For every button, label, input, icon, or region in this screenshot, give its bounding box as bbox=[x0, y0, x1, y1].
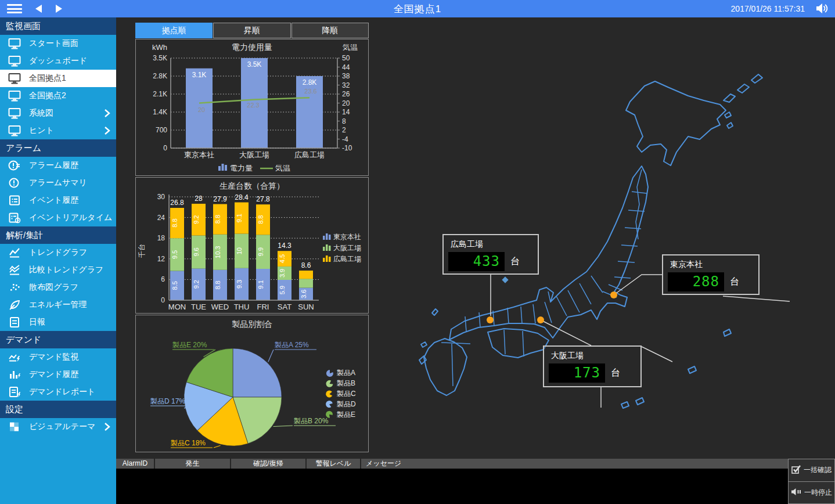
app-window: 全国拠点1 2017/01/26 11:57:31 監視画面スタート画面ダッシュ… bbox=[0, 0, 835, 504]
sidebar-item-hint[interactable]: ヒント bbox=[0, 122, 116, 139]
sidebar-item-compare-trend-graph[interactable]: 比較トレンドグラフ bbox=[0, 261, 116, 279]
svg-text:3.5K: 3.5K bbox=[153, 54, 167, 62]
svg-text:WED: WED bbox=[211, 303, 229, 311]
event-history-icon bbox=[8, 195, 21, 206]
site-marker[interactable] bbox=[487, 316, 494, 323]
top-bar: 全国拠点1 2017/01/26 11:57:31 bbox=[0, 0, 835, 17]
svg-text:0: 0 bbox=[161, 296, 165, 304]
callout-title: 広島工場 bbox=[451, 239, 538, 250]
svg-text:8.5: 8.5 bbox=[171, 281, 178, 290]
power-usage-panel: 電力使用量kWh気温3.5K2.8K2.1K1.4K70005044383226… bbox=[135, 39, 369, 176]
svg-text:製品D 17%: 製品D 17% bbox=[150, 397, 185, 405]
mute-icon bbox=[791, 488, 802, 498]
demand-watch-icon bbox=[8, 351, 21, 363]
svg-text:4.5: 4.5 bbox=[279, 254, 286, 263]
pie-legend-item: 製品D bbox=[325, 400, 356, 409]
alarm-summary-icon bbox=[8, 177, 21, 189]
lcd-value: 173 bbox=[549, 363, 605, 383]
svg-text:製品E 20%: 製品E 20% bbox=[172, 341, 207, 349]
svg-text:9.9: 9.9 bbox=[257, 247, 264, 256]
svg-text:8.8: 8.8 bbox=[257, 215, 264, 224]
tab-descending[interactable]: 降順 bbox=[291, 23, 369, 38]
svg-text:3.5K: 3.5K bbox=[247, 60, 262, 69]
lcd-value: 288 bbox=[668, 272, 724, 291]
sidebar-item-dashboard[interactable]: ダッシュボード bbox=[0, 52, 116, 70]
sidebar-item-event-history[interactable]: イベント履歴 bbox=[0, 192, 116, 209]
sidebar-item-label: 系統図 bbox=[29, 108, 53, 118]
svg-text:1.4K: 1.4K bbox=[153, 108, 167, 116]
sidebar-item-alarm-history[interactable]: アラーム履歴 bbox=[0, 157, 116, 174]
svg-text:5.9: 5.9 bbox=[279, 286, 286, 294]
monitor-icon bbox=[8, 107, 21, 119]
button-label: 一括確認 bbox=[804, 465, 832, 475]
sidebar-item-demand-report[interactable]: デマンドレポート bbox=[0, 383, 116, 401]
sidebar-item-scatter-graph[interactable]: 散布図グラフ bbox=[0, 279, 116, 296]
pie-legend-item: 製品C bbox=[325, 389, 356, 399]
svg-text:製品別割合: 製品別割合 bbox=[232, 319, 272, 329]
monitor-icon bbox=[8, 90, 21, 102]
sidebar-item-label: アラーム履歴 bbox=[29, 160, 78, 171]
sidebar-item-label: 日報 bbox=[29, 317, 45, 327]
sidebar-item-trend-graph[interactable]: トレンドグラフ bbox=[0, 244, 116, 261]
svg-text:8: 8 bbox=[342, 117, 346, 125]
sidebar-item-label: トレンドグラフ bbox=[29, 247, 87, 258]
svg-text:製品C: 製品C bbox=[337, 390, 356, 398]
event-realtime-icon bbox=[8, 212, 21, 224]
sidebar-item-start-screen[interactable]: スタート画面 bbox=[0, 35, 116, 52]
svg-text:MON: MON bbox=[168, 303, 186, 311]
ack-all-button[interactable]: 一括確認 bbox=[788, 459, 835, 482]
svg-text:電力量: 電力量 bbox=[230, 164, 253, 172]
production-legend-item: 東京本社 bbox=[323, 233, 361, 241]
sidebar-item-label: 散布図グラフ bbox=[29, 282, 78, 293]
sort-tabs: 拠点順昇順降順 bbox=[135, 23, 369, 38]
sidebar-item-label: イベント履歴 bbox=[29, 195, 78, 206]
unit-label: 台 bbox=[611, 367, 620, 379]
power-chart-legend: 電力量 気温 bbox=[218, 164, 290, 172]
alarm-table-rows bbox=[116, 469, 788, 504]
svg-text:-10: -10 bbox=[342, 144, 352, 152]
tab-ascending[interactable]: 昇順 bbox=[213, 23, 290, 38]
alarm-column-header: メッセージ bbox=[361, 459, 788, 469]
sidebar-item-system-diagram[interactable]: 系統図 bbox=[0, 105, 116, 122]
tab-by-site[interactable]: 拠点順 bbox=[135, 23, 213, 38]
sidebar-item-visual-theme[interactable]: ビジュアルテーマ bbox=[0, 418, 116, 435]
svg-text:26.8: 26.8 bbox=[170, 199, 184, 207]
callout-hiroshima: 広島工場 433 台 bbox=[442, 234, 539, 275]
sidebar-item-daily-report[interactable]: 日報 bbox=[0, 314, 116, 331]
site-marker[interactable] bbox=[610, 291, 617, 298]
sidebar-item-demand-history[interactable]: デマンド履歴 bbox=[0, 366, 116, 383]
sidebar-item-national-site-1[interactable]: 全国拠点1 bbox=[0, 70, 116, 87]
svg-text:製品C 18%: 製品C 18% bbox=[171, 439, 206, 447]
svg-text:22.3: 22.3 bbox=[247, 102, 259, 109]
site-marker[interactable] bbox=[537, 316, 544, 323]
svg-text:TUE: TUE bbox=[191, 303, 206, 311]
svg-text:製品A: 製品A bbox=[337, 369, 355, 377]
sidebar-item-national-site-2[interactable]: 全国拠点2 bbox=[0, 87, 116, 105]
svg-text:電力使用量: 電力使用量 bbox=[232, 42, 272, 52]
power-bar bbox=[296, 76, 323, 148]
daily-report-icon bbox=[8, 316, 21, 328]
pie-legend-item: 製品A bbox=[326, 369, 355, 377]
pause-button[interactable]: 一時停止 bbox=[788, 482, 835, 504]
sidebar-item-energy-management[interactable]: エネルギー管理 bbox=[0, 296, 116, 314]
svg-text:-4: -4 bbox=[342, 135, 348, 143]
sidebar-section-demand: デマンド bbox=[0, 331, 116, 348]
sidebar-item-label: ヒント bbox=[29, 125, 54, 136]
unit-label: 台 bbox=[510, 255, 520, 268]
sidebar-item-label: デマンド監視 bbox=[29, 352, 78, 362]
callout-title: 大阪工場 bbox=[551, 351, 640, 361]
production-chart: 生産台数（合算）千台06121824308.59.58.826.8MON9.29… bbox=[136, 178, 368, 313]
sidebar-item-event-realtime[interactable]: イベントリアルタイム bbox=[0, 209, 116, 226]
sidebar-section-alarm: アラーム bbox=[0, 139, 116, 157]
monitor-icon bbox=[8, 73, 21, 84]
sidebar-item-label: アラームサマリ bbox=[29, 178, 87, 188]
sidebar-item-label: イベントリアルタイム bbox=[29, 213, 112, 223]
sidebar-item-alarm-summary[interactable]: アラームサマリ bbox=[0, 174, 116, 192]
sidebar-item-label: 全国拠点2 bbox=[29, 91, 66, 101]
sidebar-item-demand-monitor[interactable]: デマンド監視 bbox=[0, 348, 116, 366]
production-legend-item: 広島工場 bbox=[323, 255, 361, 263]
speaker-icon[interactable] bbox=[816, 3, 828, 16]
page-title: 全国拠点1 bbox=[0, 2, 835, 16]
alarm-buttons: 一括確認一時停止 bbox=[788, 459, 835, 504]
svg-text:10.3: 10.3 bbox=[214, 246, 221, 258]
